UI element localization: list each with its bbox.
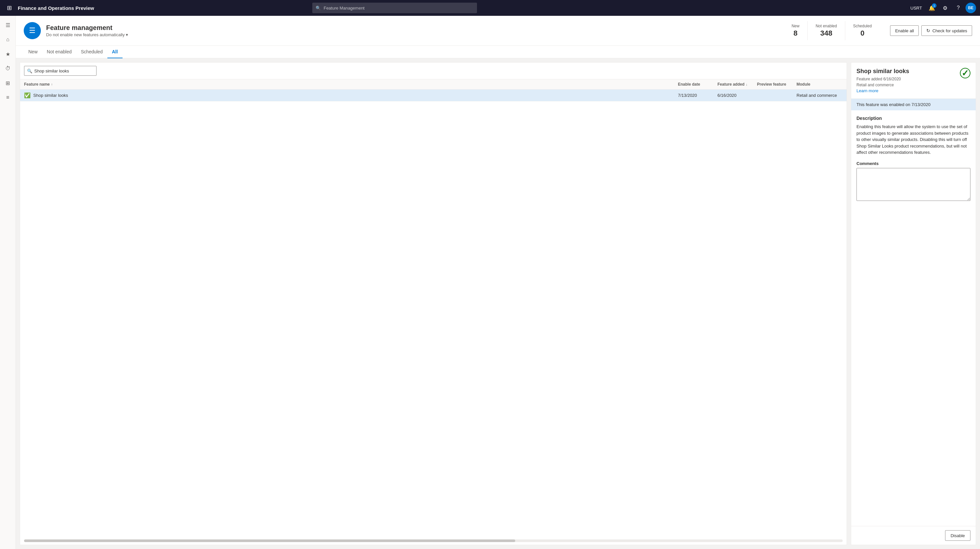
enable-date-cell: 7/13/2020 [678, 93, 718, 98]
app-title: Finance and Operations Preview [18, 5, 94, 11]
sidebar-item-home[interactable]: ⌂ [1, 33, 14, 46]
scrollbar-thumb[interactable] [24, 539, 515, 542]
page-header: ☰ Feature management Do not enable new f… [16, 16, 980, 46]
sidebar: ☰ ⌂ ★ ⏱ ⊞ ≡ [0, 16, 16, 549]
feature-table-panel: 🔍 Feature name ↑ Enable date Feature add… [20, 62, 847, 545]
feature-search-input[interactable] [34, 68, 94, 73]
feature-added-cell: 6/16/2020 [718, 93, 757, 98]
detail-body: Description Enabling this feature will a… [851, 110, 976, 526]
settings-button[interactable]: ⚙ [939, 2, 951, 14]
col-feature-name[interactable]: Feature name ↑ [24, 82, 678, 87]
sidebar-item-recent[interactable]: ⏱ [1, 62, 14, 75]
refresh-icon: ↻ [926, 28, 930, 33]
learn-more-link[interactable]: Learn more [856, 88, 878, 93]
notifications-button[interactable]: 🔔 1 [926, 2, 938, 14]
content-area: 🔍 Feature name ↑ Enable date Feature add… [16, 58, 980, 549]
sidebar-item-modules[interactable]: ≡ [1, 91, 14, 104]
col-preview-feature[interactable]: Preview feature [757, 82, 797, 87]
tab-all[interactable]: All [107, 46, 123, 58]
disable-button[interactable]: Disable [945, 530, 970, 541]
chevron-down-icon: ▾ [126, 32, 128, 37]
feature-search-wrap[interactable]: 🔍 [24, 66, 97, 76]
detail-header-text: Shop similar looks Feature added 6/16/20… [856, 68, 909, 93]
stat-not-enabled-label: Not enabled [816, 24, 837, 28]
comments-label: Comments [856, 161, 970, 166]
sidebar-item-favorites[interactable]: ★ [1, 48, 14, 60]
app-layout: ☰ ⌂ ★ ⏱ ⊞ ≡ ☰ Feature management Do not … [0, 16, 980, 549]
table-row[interactable]: ✅ Shop similar looks 7/13/2020 6/16/2020… [20, 89, 846, 102]
detail-title: Shop similar looks [856, 68, 909, 75]
sort-asc-icon: ↑ [51, 83, 53, 86]
tab-not-enabled[interactable]: Not enabled [42, 46, 76, 58]
user-avatar[interactable]: BE [966, 3, 976, 13]
username-label: USRT [910, 6, 922, 11]
tab-new[interactable]: New [24, 46, 42, 58]
description-text: Enabling this feature will allow the sys… [856, 124, 970, 156]
feature-search-bar: 🔍 [20, 62, 846, 80]
list-icon: ☰ [29, 26, 36, 35]
table-scroll: ✅ Shop similar looks 7/13/2020 6/16/2020… [20, 89, 846, 537]
table-header: Feature name ↑ Enable date Feature added… [20, 80, 846, 89]
page-header-text: Feature management Do not enable new fea… [46, 24, 778, 37]
col-module[interactable]: Module [797, 82, 843, 87]
enable-all-button[interactable]: Enable all [890, 25, 919, 36]
page-stats: New 8 Not enabled 348 Scheduled 0 [784, 21, 880, 40]
detail-footer: Disable [851, 526, 976, 545]
detail-meta-added: Feature added 6/16/2020 [856, 76, 909, 82]
col-enable-date[interactable]: Enable date [678, 82, 718, 87]
header-actions: Enable all ↻ Check for updates [890, 25, 972, 36]
enabled-check-icon: ✅ [24, 92, 31, 99]
sort-desc-icon: ↓ [746, 83, 748, 86]
feature-name-cell: ✅ Shop similar looks [24, 92, 678, 99]
search-input[interactable] [323, 6, 474, 11]
description-title: Description [856, 116, 970, 121]
comments-input[interactable] [856, 168, 970, 201]
top-nav-right: USRT 🔔 1 ⚙ ? BE [910, 2, 976, 14]
help-button[interactable]: ? [952, 2, 964, 14]
top-navigation: ⊞ Finance and Operations Preview 🔍 USRT … [0, 0, 980, 16]
auto-enable-subtitle[interactable]: Do not enable new features automatically… [46, 32, 778, 37]
page-title: Feature management [46, 24, 778, 32]
main-content: ☰ Feature management Do not enable new f… [16, 16, 980, 549]
module-cell: Retail and commerce [797, 93, 843, 98]
stat-new-value: 8 [792, 29, 799, 38]
sidebar-item-workspaces[interactable]: ⊞ [1, 76, 14, 89]
stat-scheduled: Scheduled 0 [845, 21, 880, 40]
stat-scheduled-value: 0 [853, 29, 872, 38]
detail-enabled-icon: ✓ [960, 68, 970, 78]
stat-scheduled-label: Scheduled [853, 24, 872, 28]
global-search[interactable]: 🔍 [312, 3, 477, 13]
stat-new-label: New [792, 24, 799, 28]
notification-badge: 1 [932, 3, 937, 8]
detail-header: Shop similar looks Feature added 6/16/20… [851, 62, 976, 99]
tabs-bar: New Not enabled Scheduled All [16, 46, 980, 58]
search-icon: 🔍 [316, 6, 321, 11]
detail-panel: Shop similar looks Feature added 6/16/20… [851, 62, 976, 545]
waffle-menu-button[interactable]: ⊞ [4, 3, 14, 13]
detail-meta-module: Retail and commerce [856, 82, 909, 88]
col-feature-added[interactable]: Feature added ↓ [718, 82, 757, 87]
check-for-updates-button[interactable]: ↻ Check for updates [921, 25, 972, 36]
stat-not-enabled: Not enabled 348 [808, 21, 845, 40]
tab-scheduled[interactable]: Scheduled [76, 46, 107, 58]
search-icon: 🔍 [27, 68, 32, 73]
feature-management-icon: ☰ [24, 22, 41, 39]
sidebar-item-menu[interactable]: ☰ [1, 18, 14, 32]
horizontal-scrollbar[interactable] [24, 539, 843, 542]
stat-new: New 8 [784, 21, 808, 40]
detail-enabled-banner: This feature was enabled on 7/13/2020 [851, 99, 976, 110]
stat-not-enabled-value: 348 [816, 29, 837, 38]
